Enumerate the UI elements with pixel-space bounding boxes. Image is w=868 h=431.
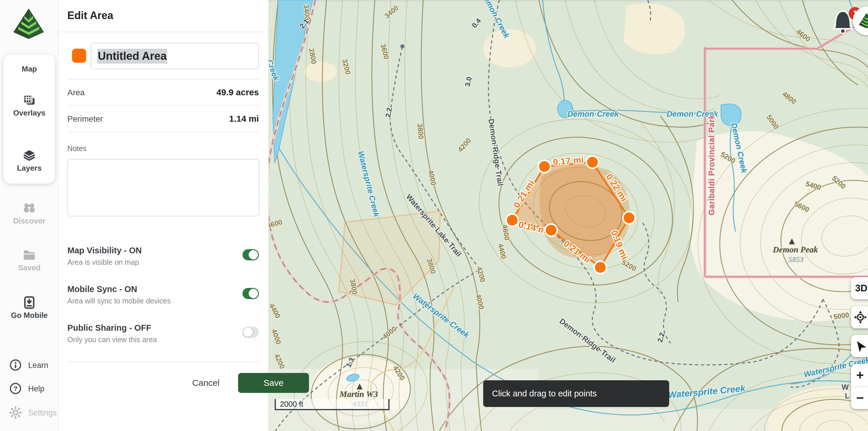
divider bbox=[67, 362, 259, 362]
polygon-vertex[interactable] bbox=[586, 156, 598, 168]
map-label: Demon Peak bbox=[773, 245, 818, 254]
map-zoom-controls: + − bbox=[851, 364, 868, 409]
sidebar-item-label: Help bbox=[28, 384, 44, 394]
navigation-arrow-icon bbox=[854, 339, 867, 353]
area-stat-value: 49.9 acres bbox=[216, 87, 259, 97]
map-label: Martin W3 bbox=[339, 390, 378, 399]
sidebar-item-layers[interactable]: Layers bbox=[0, 148, 59, 173]
area-color-swatch[interactable] bbox=[72, 49, 86, 63]
map-label: Demon·Creek bbox=[567, 110, 619, 118]
area-stat-label: Area bbox=[67, 88, 85, 97]
polygon-vertex[interactable] bbox=[594, 261, 607, 274]
sidebar-item-label: Discover bbox=[13, 217, 45, 225]
perimeter-stat-value: 1.14 mi bbox=[229, 114, 259, 124]
map-visibility-toggle[interactable] bbox=[243, 249, 259, 260]
mobile-sync-toggle[interactable] bbox=[243, 288, 259, 299]
area-name-value: Untitled Area bbox=[97, 49, 167, 64]
toggle-knob bbox=[249, 250, 258, 259]
polygon-vertex[interactable] bbox=[623, 212, 635, 224]
binoculars-icon bbox=[22, 201, 36, 215]
map-canvas[interactable]: Demon·CreekDemon·CreekDemon CreekDemon C… bbox=[269, 0, 868, 431]
edit-area-panel: Edit Area Untitled Area Area 49.9 acres … bbox=[59, 0, 269, 431]
public-sharing-title: Public Sharing - OFF bbox=[67, 323, 151, 333]
sidebar-item-label: Settings bbox=[28, 408, 57, 418]
info-circle-icon bbox=[9, 358, 23, 372]
map-label: L bbox=[845, 392, 849, 400]
public-sharing-toggle[interactable] bbox=[243, 326, 259, 338]
map-navigation-button[interactable] bbox=[851, 335, 868, 357]
sidebar-item-settings[interactable]: Settings bbox=[9, 406, 57, 420]
phone-download-icon bbox=[22, 295, 36, 310]
map-label: 3800 bbox=[416, 123, 425, 140]
divider bbox=[67, 79, 259, 80]
sidebar-item-map[interactable]: Map bbox=[0, 64, 59, 74]
map-label: Garibaldi Provincial Park bbox=[707, 114, 716, 216]
sidebar-item-label: Layers bbox=[17, 164, 41, 172]
brand-logo bbox=[12, 7, 46, 41]
question-circle-icon: ? bbox=[9, 382, 23, 396]
divider bbox=[67, 105, 259, 106]
folder-icon bbox=[22, 248, 36, 262]
overlays-grid-icon bbox=[22, 93, 36, 107]
divider bbox=[67, 132, 259, 133]
map-label: ▲ bbox=[357, 381, 363, 390]
app-window: Demon·CreekDemon·CreekDemon CreekDemon C… bbox=[0, 0, 868, 431]
map-locate-button[interactable] bbox=[851, 306, 868, 328]
zoom-out-button[interactable]: − bbox=[851, 387, 868, 409]
sidebar-item-learn[interactable]: Learn bbox=[9, 358, 48, 372]
locate-crosshair-icon bbox=[854, 310, 867, 324]
sidebar-item-label: Go Mobile bbox=[11, 311, 48, 320]
sidebar-item-overlays[interactable]: Overlays bbox=[0, 93, 59, 118]
map-3d-button[interactable]: 3D bbox=[851, 277, 868, 299]
map-scale-bar: 2000 ft bbox=[275, 399, 390, 410]
mobile-sync-description: Area will sync to mobile devices bbox=[67, 297, 171, 305]
toggle-knob bbox=[249, 289, 258, 298]
polygon-vertex[interactable] bbox=[538, 161, 551, 173]
perimeter-stat-label: Perimeter bbox=[67, 114, 103, 124]
map-label: 5853 bbox=[788, 255, 804, 264]
sidebar-item-label: Saved bbox=[18, 263, 41, 272]
sidebar-item-help[interactable]: ? Help bbox=[9, 382, 44, 396]
polygon-vertex[interactable] bbox=[506, 214, 518, 226]
map-label: 2.2 bbox=[384, 107, 393, 118]
brand-logo-icon bbox=[858, 12, 868, 29]
sidebar-item-label: Map bbox=[22, 64, 37, 73]
sidebar-item-go-mobile[interactable]: Go Mobile bbox=[0, 295, 59, 320]
map-tooltip: Click and drag to edit points bbox=[483, 380, 669, 407]
sidebar-item-label: Learn bbox=[28, 361, 48, 370]
zoom-in-button[interactable]: + bbox=[851, 364, 868, 386]
map-visibility-description: Area is visible on map bbox=[67, 258, 139, 266]
map-label: ▲ bbox=[789, 236, 795, 245]
sidebar: Map Overlays bbox=[0, 0, 59, 431]
cancel-button[interactable]: Cancel bbox=[181, 373, 231, 393]
map-label: W bbox=[842, 383, 849, 392]
sidebar-item-discover[interactable]: Discover bbox=[0, 201, 59, 226]
notes-textarea[interactable] bbox=[67, 159, 259, 217]
area-name-input[interactable]: Untitled Area bbox=[91, 43, 259, 69]
toggle-knob bbox=[243, 327, 253, 337]
notes-label: Notes bbox=[67, 144, 86, 153]
sidebar-item-saved[interactable]: Saved bbox=[0, 248, 59, 272]
sidebar-item-label: Overlays bbox=[13, 109, 45, 117]
map-visibility-title: Map Visibility - ON bbox=[67, 246, 142, 255]
layers-stack-icon bbox=[22, 148, 36, 163]
panel-title: Edit Area bbox=[67, 9, 113, 22]
save-button[interactable]: Save bbox=[238, 373, 309, 393]
public-sharing-description: Only you can view this area bbox=[67, 336, 157, 344]
mobile-sync-title: Mobile Sync - ON bbox=[67, 284, 137, 294]
svg-text:?: ? bbox=[13, 385, 17, 392]
divider bbox=[59, 32, 269, 32]
gear-icon bbox=[9, 406, 23, 420]
polygon-vertex[interactable] bbox=[545, 224, 557, 236]
